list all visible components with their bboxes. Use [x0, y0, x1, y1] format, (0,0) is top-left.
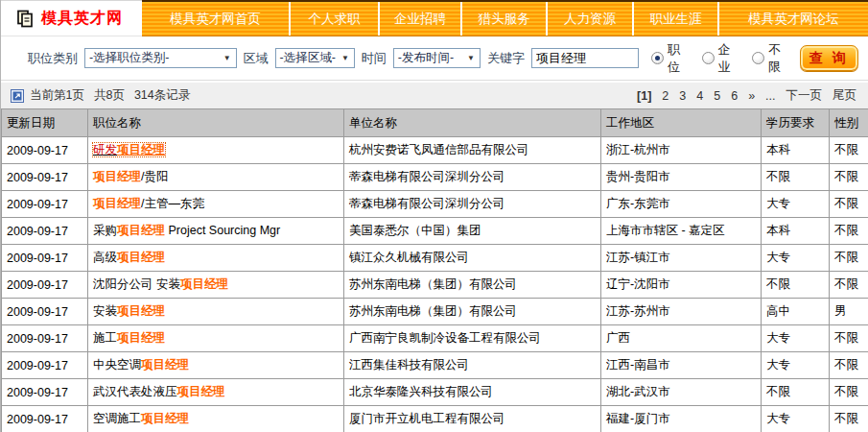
cell-company-name: 蒂森电梯有限公司深圳分公司 — [344, 164, 601, 191]
job-title-link[interactable]: 采购项目经理 Project Sourcing Mgr — [93, 224, 280, 237]
cell-work-region: 江西-南昌市 — [601, 352, 762, 379]
job-title-keyword: 项目经理 — [93, 170, 141, 183]
time-select-value: -发布时间- — [398, 50, 454, 66]
cell-work-region: 贵州-贵阳市 — [601, 164, 762, 191]
table-body: 2009-09-17研发项目经理杭州安费诺飞凤通信部品有限公司浙江-杭州市本科不… — [2, 137, 868, 432]
nav-tab-2[interactable]: 个人求职 — [291, 2, 380, 36]
cell-education: 大专 — [762, 352, 830, 379]
table-row: 2009-09-17安装项目经理苏州东南电梯（集团）有限公司江苏-苏州市高中男 — [2, 299, 868, 325]
cell-education: 不限 — [762, 272, 830, 299]
cell-update-date: 2009-09-17 — [2, 406, 88, 432]
scope-radio-option-2[interactable]: 企业 — [702, 41, 743, 76]
pagination-item-10[interactable]: 尾页 — [833, 87, 856, 104]
header: 模具英才网 模具英才网首页个人求职企业招聘猎头服务人力资源职业生涯模具英才网论坛 — [1, 0, 868, 36]
category-select[interactable]: -选择职位类别- ▼ — [84, 48, 237, 68]
job-title-link[interactable]: 空调施工项目经理 — [93, 412, 189, 425]
pagination-item-5[interactable]: 5 — [714, 89, 720, 103]
job-title-link[interactable]: 沈阳分公司 安装项目经理 — [93, 277, 228, 291]
pagination-item-9[interactable]: 下一页 — [786, 87, 823, 104]
cell-gender: 不限 — [830, 191, 868, 218]
cell-work-region: 上海市市辖区 - 嘉定区 — [601, 218, 762, 245]
table-row: 2009-09-17研发项目经理杭州安费诺飞凤通信部品有限公司浙江-杭州市本科不… — [2, 137, 868, 164]
document-icon — [16, 10, 35, 28]
pagination-item-6[interactable]: 6 — [731, 89, 738, 103]
cell-job-title: 空调施工项目经理 — [88, 406, 344, 432]
cell-gender: 不限 — [830, 164, 868, 191]
cell-update-date: 2009-09-17 — [2, 379, 88, 406]
cell-company-name: 苏州东南电梯（集团）有限公司 — [344, 299, 601, 325]
job-title-link[interactable]: 安装项目经理 — [93, 304, 165, 318]
scope-radio-option-1[interactable]: 职位 — [651, 41, 692, 76]
job-title-link[interactable]: 中央空调项目经理 — [93, 358, 189, 372]
cell-update-date: 2009-09-17 — [2, 164, 88, 191]
cell-work-region: 辽宁-沈阳市 — [601, 272, 762, 299]
radio-label: 职位 — [668, 41, 692, 76]
job-title-keyword: 项目经理 — [93, 197, 141, 210]
radio-label: 企业 — [718, 41, 743, 76]
cell-gender: 不限 — [830, 272, 868, 299]
job-title-prefix: 武汉代表处液压 — [93, 385, 177, 398]
cell-update-date: 2009-09-17 — [2, 191, 88, 218]
time-label: 时间 — [362, 50, 387, 67]
job-title-link[interactable]: 项目经理/主管—东莞 — [93, 197, 204, 210]
cell-job-title: 项目经理/贵阳 — [88, 164, 344, 191]
nav-tab-4[interactable]: 猎头服务 — [462, 2, 548, 36]
cell-gender: 不限 — [830, 137, 868, 164]
job-title-prefix: 沈阳分公司 安装 — [93, 277, 180, 291]
table-row: 2009-09-17施工项目经理广西南宁良凯制冷设备工程有限公司广西大专不限 — [2, 325, 868, 352]
cell-company-name: 美国泰悉尔（中国）集团 — [344, 218, 601, 245]
job-title-keyword: 项目经理 — [117, 304, 165, 318]
status-bar: 当前第1页 共8页 314条记录 [1]23456»...下一页尾页 — [1, 83, 868, 108]
nav-tab-5[interactable]: 人力资源 — [548, 2, 634, 36]
query-button[interactable]: 查 询 — [800, 45, 858, 71]
job-title-prefix: 安装 — [93, 304, 117, 318]
table-row: 2009-09-17项目经理/主管—东莞蒂森电梯有限公司深圳分公司广东-东莞市大… — [2, 191, 868, 218]
pagination-item-2[interactable]: 2 — [662, 89, 669, 103]
category-label: 职位类别 — [28, 50, 78, 67]
cell-company-name: 蒂森电梯有限公司深圳分公司 — [344, 191, 601, 218]
cell-update-date: 2009-09-17 — [2, 137, 88, 164]
job-title-link[interactable]: 项目经理/贵阳 — [93, 170, 168, 183]
cell-company-name: 江西集佳科技有限公司 — [344, 352, 601, 379]
cell-update-date: 2009-09-17 — [2, 299, 88, 325]
chevron-down-icon: ▼ — [340, 54, 351, 62]
result-summary: 当前第1页 共8页 314条记录 — [11, 87, 194, 104]
region-label: 区域 — [244, 50, 269, 67]
chevron-down-icon: ▼ — [465, 54, 477, 62]
site-logo-text: 模具英才网 — [41, 9, 123, 29]
time-select[interactable]: -发布时间- ▼ — [393, 48, 481, 68]
cell-company-name: 杭州安费诺飞凤通信部品有限公司 — [344, 137, 601, 164]
cell-job-title: 沈阳分公司 安装项目经理 — [88, 272, 344, 299]
scope-radio-option-3[interactable]: 不限 — [752, 41, 793, 76]
job-search-page: 模具英才网 模具英才网首页个人求职企业招聘猎头服务人力资源职业生涯模具英才网论坛… — [0, 0, 868, 432]
cell-work-region: 江苏-镇江市 — [601, 245, 762, 272]
nav-tab-6[interactable]: 职业生涯 — [634, 2, 719, 36]
cell-gender: 不限 — [830, 245, 868, 272]
job-title-link[interactable]: 高级项目经理 — [93, 251, 165, 264]
region-select[interactable]: -选择区域- ▼ — [275, 48, 355, 68]
nav-tab-1[interactable]: 模具英才网首页 — [142, 2, 291, 36]
keyword-input[interactable] — [531, 48, 639, 68]
job-title-link[interactable]: 武汉代表处液压项目经理 — [93, 385, 225, 398]
nav-tab-7[interactable]: 模具英才网论坛 — [719, 2, 868, 36]
cell-job-title: 中央空调项目经理 — [88, 352, 344, 379]
job-title-keyword: 项目经理 — [117, 331, 165, 345]
cell-gender: 不限 — [830, 325, 868, 352]
column-header-4: 工作地区 — [601, 109, 762, 137]
pagination-item-3[interactable]: 3 — [679, 89, 686, 103]
cell-education: 不限 — [762, 379, 830, 406]
job-title-link[interactable]: 研发项目经理 — [93, 143, 165, 156]
pagination-current-page[interactable]: [1] — [637, 89, 651, 103]
site-logo[interactable]: 模具英才网 — [1, 0, 142, 36]
cell-job-title: 武汉代表处液压项目经理 — [88, 379, 344, 406]
job-title-prefix: 高级 — [93, 251, 117, 264]
cell-education: 大专 — [762, 406, 830, 432]
job-title-keyword: 项目经理 — [117, 251, 165, 264]
cell-gender: 不限 — [830, 352, 868, 379]
pagination-item-7[interactable]: » — [748, 89, 755, 103]
pagination-item-4[interactable]: 4 — [696, 89, 703, 103]
nav-tab-3[interactable]: 企业招聘 — [380, 2, 462, 36]
cell-work-region: 湖北-武汉市 — [601, 379, 762, 406]
cell-company-name: 广西南宁良凯制冷设备工程有限公司 — [344, 325, 601, 352]
job-title-link[interactable]: 施工项目经理 — [93, 331, 165, 345]
